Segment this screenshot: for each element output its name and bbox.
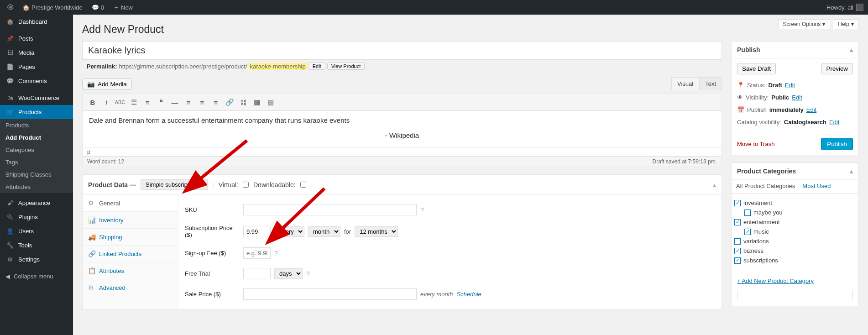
sidebar-item-tools[interactable]: 🔧Tools	[0, 238, 73, 252]
unlink-icon[interactable]: ⛓	[237, 96, 250, 109]
move-to-trash[interactable]: Move to Trash	[737, 141, 774, 147]
checkbox-icon[interactable]: ✓	[734, 219, 741, 225]
every-select[interactable]: every	[274, 226, 304, 237]
more-icon[interactable]: ▦	[251, 96, 263, 109]
category-item[interactable]: ✓music	[734, 227, 856, 236]
editor-body[interactable]: Dale and Brennan form a successful enter…	[83, 111, 722, 147]
ul-icon[interactable]: ☰	[127, 96, 140, 109]
sku-input[interactable]	[243, 204, 417, 215]
help-icon[interactable]: ?	[306, 270, 310, 277]
sub-attributes[interactable]: Attributes	[0, 181, 73, 193]
link-icon[interactable]: 🔗	[223, 96, 236, 109]
pd-tab-inventory[interactable]: 📊Inventory	[83, 212, 178, 229]
sidebar-item-comments[interactable]: 💬Comments	[0, 74, 73, 88]
new-link[interactable]: ＋ New	[110, 3, 136, 11]
cat-tab-used[interactable]: Most Used	[801, 180, 831, 193]
save-draft-button[interactable]: Save Draft	[737, 63, 776, 74]
howdy[interactable]: Howdy, ali	[826, 4, 853, 11]
trial-unit-select[interactable]: days	[274, 268, 303, 279]
visual-tab[interactable]: Visual	[671, 77, 699, 90]
text-tab[interactable]: Text	[699, 77, 722, 90]
pd-toggle-icon[interactable]: ▴	[713, 181, 716, 188]
permalink-slug: karaoke-membership	[249, 63, 307, 70]
italic-icon[interactable]: I	[100, 96, 113, 109]
product-title-input[interactable]	[82, 41, 722, 60]
sale-input[interactable]	[243, 288, 417, 300]
checkbox-icon[interactable]	[744, 209, 751, 216]
category-item[interactable]: maybe you	[734, 208, 856, 217]
schedule-link[interactable]: Schedule	[457, 291, 481, 298]
category-item[interactable]: ✓entertainment	[734, 217, 856, 227]
bold-icon[interactable]: B	[86, 96, 99, 109]
category-item[interactable]: ✓subscriptions	[734, 256, 856, 265]
edit-publish-date[interactable]: Edit	[806, 106, 816, 113]
add-new-category[interactable]: + Add New Product Category	[737, 275, 853, 287]
pd-tab-linked[interactable]: 🔗Linked Products	[83, 246, 178, 262]
edit-slug-button[interactable]: Edit	[309, 63, 325, 70]
sidebar-item-pages[interactable]: 📄Pages	[0, 60, 73, 74]
trial-input[interactable]	[243, 268, 271, 279]
checkbox-icon[interactable]: ✓	[734, 248, 741, 254]
kitchen-sink-icon[interactable]: ▤	[264, 96, 277, 109]
sidebar-item-products[interactable]: 🛒Products	[0, 105, 73, 119]
sub-shipping-classes[interactable]: Shipping Classes	[0, 168, 73, 181]
site-link[interactable]: 🏠 Prestige Worldwide	[20, 4, 85, 11]
pd-tab-general[interactable]: ⚙General	[83, 195, 178, 212]
collapse-menu[interactable]: ◀ Collapse menu	[0, 269, 73, 283]
checkbox-icon[interactable]: ✓	[734, 200, 741, 206]
category-item[interactable]: ✓bizness	[734, 246, 856, 256]
help-tab[interactable]: Help ▾	[833, 19, 859, 29]
sub-categories[interactable]: Categories	[0, 144, 73, 156]
sidebar-item-posts[interactable]: 📌Posts	[0, 31, 73, 46]
help-icon[interactable]: ?	[274, 250, 278, 257]
help-icon[interactable]: ?	[420, 206, 424, 214]
publish-button[interactable]: Publish	[821, 138, 853, 150]
sidebar-item-settings[interactable]: ⚙Settings	[0, 252, 73, 267]
duration-select[interactable]: 12 months	[355, 226, 398, 237]
add-media-button[interactable]: 📷 Add Media	[82, 79, 132, 90]
sidebar-item-media[interactable]: 🎞Media	[0, 46, 73, 60]
toggle-icon[interactable]: ▴	[850, 168, 853, 175]
align-right-icon[interactable]: ≡	[209, 96, 222, 109]
align-center-icon[interactable]: ≡	[196, 96, 209, 109]
ol-icon[interactable]: ≡	[141, 96, 154, 109]
pd-tab-shipping[interactable]: 🚚Shipping	[83, 229, 178, 246]
downloadable-checkbox[interactable]	[300, 182, 306, 188]
sidebar-item-appearance[interactable]: 🖌Appearance	[0, 196, 73, 210]
sidebar-item-plugins[interactable]: 🔌Plugins	[0, 210, 73, 224]
sub-price-input[interactable]	[243, 226, 271, 237]
sidebar-item-woocommerce[interactable]: 🛍WooCommerce	[0, 91, 73, 105]
cat-tab-all[interactable]: All Product Categories	[735, 180, 796, 193]
sidebar-item-users[interactable]: 👤Users	[0, 224, 73, 238]
align-left-icon[interactable]: ≡	[182, 96, 195, 109]
edit-visibility[interactable]: Edit	[792, 94, 802, 101]
edit-catalog-vis[interactable]: Edit	[829, 119, 839, 126]
virtual-checkbox[interactable]	[243, 182, 249, 188]
sub-add-product[interactable]: Add Product	[0, 131, 73, 144]
checkbox-icon[interactable]	[734, 238, 741, 245]
wp-logo[interactable]: ⓦ	[5, 3, 16, 11]
product-type-select[interactable]: Simple subscription	[141, 179, 208, 190]
comments-link[interactable]: 💬 0	[89, 4, 107, 11]
category-item[interactable]: ✓investment	[734, 198, 856, 208]
sidebar-item-dashboard[interactable]: 🏠Dashboard	[0, 15, 73, 29]
sub-products[interactable]: Products	[0, 119, 73, 131]
quote-icon[interactable]: ❝	[155, 96, 167, 109]
checkbox-icon[interactable]: ✓	[734, 257, 741, 264]
strike-icon[interactable]: ABC	[114, 96, 126, 109]
toggle-icon[interactable]: ▴	[850, 46, 853, 53]
pd-tab-attributes[interactable]: 📋Attributes	[83, 262, 178, 279]
signup-input[interactable]	[243, 247, 271, 259]
edit-status[interactable]: Edit	[785, 82, 795, 89]
hr-icon[interactable]: —	[168, 96, 181, 109]
category-item[interactable]: variations	[734, 236, 856, 246]
pd-tab-advanced[interactable]: ⚙Advanced	[83, 279, 178, 296]
period-select[interactable]: month	[308, 226, 340, 237]
new-category-input[interactable]	[737, 290, 853, 301]
sub-tags[interactable]: Tags	[0, 156, 73, 168]
screen-options-tab[interactable]: Screen Options ▾	[778, 19, 831, 29]
view-product-button[interactable]: View Product	[327, 63, 365, 70]
checkbox-icon[interactable]: ✓	[744, 229, 751, 235]
avatar[interactable]	[856, 4, 863, 11]
preview-button[interactable]: Preview	[821, 63, 853, 74]
